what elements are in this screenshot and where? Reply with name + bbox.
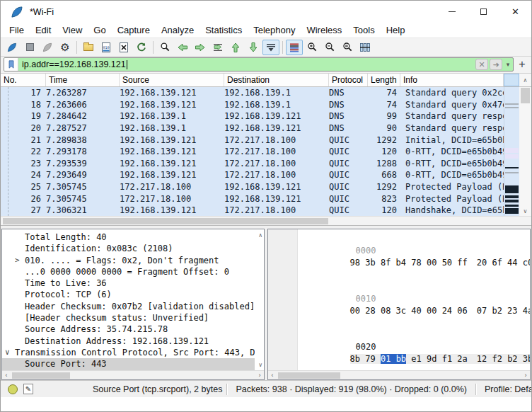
- packet-cell-protocol[interactable]: QUIC: [329, 169, 368, 181]
- packet-cell-info[interactable]: Initial, DCID=e65b0b4: [400, 135, 504, 147]
- packet-cell-info[interactable]: Protected Payload (KP: [400, 193, 504, 205]
- packet-cell-destination[interactable]: 172.217.18.100: [224, 135, 329, 147]
- tree-line[interactable]: ∨ Transmission Control Protocol, Src Por…: [2, 347, 255, 358]
- packet-row[interactable]: 23 7.293539 192.168.139.121 172.217.18.1…: [1, 158, 504, 170]
- packet-cell-destination[interactable]: 192.168.139.1: [224, 87, 329, 99]
- capture-comment-icon[interactable]: ✎: [23, 384, 33, 394]
- tree-line[interactable]: Header Checksum: 0x07b2 [validation disa…: [2, 301, 255, 312]
- packet-cell-time[interactable]: 7.293539: [46, 158, 120, 170]
- column-header-time[interactable]: Time: [46, 74, 120, 86]
- scroll-up-icon[interactable]: ∧: [519, 74, 531, 86]
- packet-cell-destination[interactable]: 172.217.18.100: [224, 205, 329, 216]
- filter-bookmark-icon[interactable]: [4, 58, 18, 71]
- packet-cell-info[interactable]: 0-RTT, DCID=e65b0b49f: [400, 146, 504, 158]
- packet-cell-no[interactable]: 20: [1, 122, 46, 135]
- hex-row[interactable]: 0010 00 28 08 3c 40 00 24 0607 b2 23 4a …: [268, 281, 530, 329]
- packet-cell-source[interactable]: 192.168.139.121: [120, 87, 224, 99]
- packet-cell-time[interactable]: 7.263287: [46, 87, 120, 99]
- packet-cell-time[interactable]: 7.287527: [46, 122, 120, 135]
- packet-cell-protocol[interactable]: QUIC: [329, 193, 368, 205]
- expander-icon[interactable]: ∨: [5, 347, 15, 358]
- packet-cell-source[interactable]: 172.217.18.100: [120, 181, 224, 193]
- packet-row[interactable]: 27 7.306321 192.168.139.121 172.217.18.1…: [1, 205, 504, 216]
- packet-cell-no[interactable]: 22: [1, 146, 46, 158]
- packet-cell-source[interactable]: 192.168.139.121: [120, 158, 224, 170]
- zoom-original-icon[interactable]: [339, 40, 356, 55]
- filter-apply-icon[interactable]: ➜: [490, 59, 502, 70]
- packet-cell-time[interactable]: 7.293178: [46, 146, 120, 158]
- packet-cell-time[interactable]: 7.284642: [46, 110, 120, 122]
- packet-cell-info[interactable]: 0-RTT, DCID=e65b0b49f: [400, 158, 504, 170]
- packet-cell-source[interactable]: 172.217.18.100: [120, 193, 224, 205]
- packet-cell-time[interactable]: 7.305745: [46, 181, 120, 193]
- packet-cell-info[interactable]: Standard query 0x2cea: [400, 87, 504, 99]
- menu-item[interactable]: Edit: [30, 23, 57, 37]
- packet-list-horizontal-scrollbar[interactable]: [1, 216, 531, 225]
- scroll-down-icon[interactable]: ∨: [258, 362, 262, 368]
- expander-icon[interactable]: [15, 358, 25, 370]
- expander-icon[interactable]: >: [15, 255, 25, 266]
- menu-item[interactable]: Statistics: [200, 23, 248, 37]
- filter-add-button[interactable]: +: [516, 57, 528, 71]
- scroll-up-icon[interactable]: ∧: [258, 232, 262, 239]
- packet-cell-length[interactable]: 1288: [368, 158, 400, 170]
- maximize-button[interactable]: [468, 1, 499, 23]
- tree-line[interactable]: Source Port: 443: [2, 358, 255, 370]
- auto-scroll-icon[interactable]: [262, 40, 279, 55]
- packet-cell-source[interactable]: 192.168.139.1: [120, 110, 224, 122]
- packet-row[interactable]: 26 7.305745 172.217.18.100 192.168.139.1…: [1, 193, 504, 205]
- tree-line[interactable]: [Header checksum status: Unverified]: [2, 312, 255, 324]
- packet-cell-source[interactable]: 192.168.139.121: [120, 169, 224, 181]
- packet-cell-time[interactable]: 7.293649: [46, 169, 120, 181]
- packet-cell-protocol[interactable]: QUIC: [329, 146, 368, 158]
- packet-cell-protocol[interactable]: QUIC: [329, 135, 368, 147]
- find-packet-icon[interactable]: [156, 40, 173, 55]
- packet-cell-protocol[interactable]: DNS: [329, 87, 368, 99]
- scrollbar-thumb[interactable]: [12, 372, 70, 379]
- packet-cell-no[interactable]: 18: [1, 99, 46, 111]
- expander-icon[interactable]: [15, 231, 25, 243]
- scrollbar-thumb[interactable]: [278, 372, 340, 379]
- tree-line[interactable]: Destination Address: 192.168.139.121: [2, 336, 255, 347]
- scroll-left-icon[interactable]: ‹: [268, 371, 277, 379]
- capture-options-icon[interactable]: ⚙: [57, 40, 74, 55]
- packet-cell-length[interactable]: 120: [368, 205, 400, 216]
- packet-cell-source[interactable]: 192.168.139.121: [120, 135, 224, 147]
- packet-cell-time[interactable]: 7.305745: [46, 193, 120, 205]
- packet-cell-protocol[interactable]: DNS: [329, 110, 368, 122]
- hex-bytes[interactable]: 98 3b 8f b4 78 00 50 ff20 6f 44 c0 08 00…: [350, 258, 530, 268]
- tree-line[interactable]: Identification: 0x083c (2108): [2, 243, 255, 254]
- packet-cell-no[interactable]: 25: [1, 181, 46, 193]
- expander-icon[interactable]: [15, 324, 25, 335]
- menu-item[interactable]: View: [57, 23, 88, 37]
- scrollbar-thumb[interactable]: [3, 218, 328, 224]
- packet-cell-destination[interactable]: 192.168.139.1: [224, 99, 329, 111]
- scroll-left-icon[interactable]: ‹: [2, 371, 11, 379]
- packet-cell-length[interactable]: 823: [368, 193, 400, 205]
- expander-icon[interactable]: [15, 277, 25, 289]
- stop-capture-icon[interactable]: [21, 40, 38, 55]
- display-filter-input[interactable]: ip.addr==192.168.139.121: [18, 59, 475, 69]
- tree-line[interactable]: > 010. .... = Flags: 0x2, Don't fragment: [2, 255, 255, 266]
- packet-cell-protocol[interactable]: DNS: [329, 122, 368, 135]
- packet-cell-length[interactable]: 90: [368, 122, 400, 135]
- resize-columns-icon[interactable]: [357, 40, 374, 55]
- filter-clear-icon[interactable]: ✕: [475, 59, 488, 70]
- packet-cell-length[interactable]: 668: [368, 169, 400, 181]
- packet-row[interactable]: 22 7.293178 192.168.139.121 172.217.18.1…: [1, 146, 504, 158]
- tree-line[interactable]: Source Address: 35.74.215.78: [2, 324, 255, 335]
- packet-cell-protocol[interactable]: QUIC: [329, 205, 368, 216]
- packet-cell-source[interactable]: 192.168.139.1: [120, 122, 224, 135]
- packet-cell-destination[interactable]: 192.168.139.121: [224, 193, 329, 205]
- scroll-right-icon[interactable]: ›: [521, 371, 530, 379]
- menu-item[interactable]: Go: [88, 23, 111, 37]
- zoom-out-icon[interactable]: [321, 40, 338, 55]
- packet-cell-no[interactable]: 23: [1, 158, 46, 170]
- packet-cell-source[interactable]: 192.168.139.121: [120, 146, 224, 158]
- packet-cell-time[interactable]: 7.306321: [46, 205, 120, 216]
- packet-row[interactable]: 25 7.305745 172.217.18.100 192.168.139.1…: [1, 181, 504, 193]
- packet-cell-protocol[interactable]: QUIC: [329, 158, 368, 170]
- packet-cell-length[interactable]: 99: [368, 110, 400, 122]
- menu-item[interactable]: Analyze: [156, 23, 200, 37]
- display-filter-field[interactable]: ip.addr==192.168.139.121 ✕ ➜ ▾: [4, 57, 514, 71]
